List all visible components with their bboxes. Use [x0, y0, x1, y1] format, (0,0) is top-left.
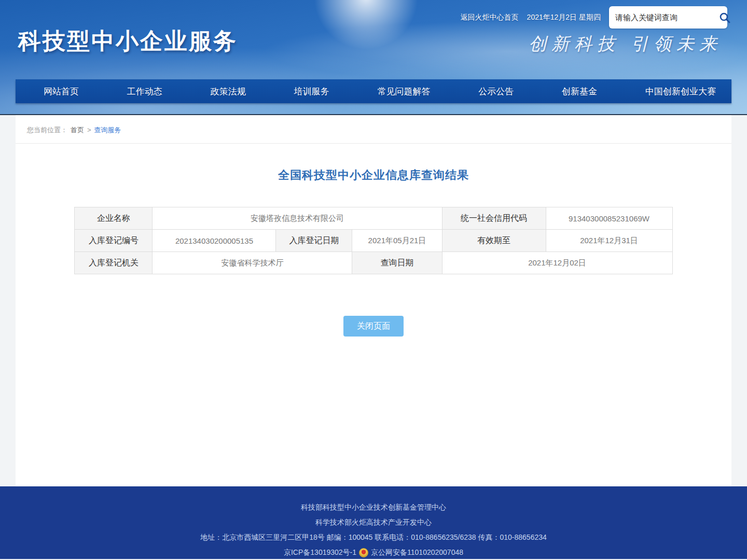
button-row: 关闭页面	[16, 316, 731, 337]
public-security-record-link[interactable]: 京公网安备11010202007048	[371, 545, 463, 560]
table-row: 企业名称安徽塔孜信息技术有限公司统一社会信用代码9134030008523106…	[75, 207, 672, 230]
footer-org-line-2: 科学技术部火炬高技术产业开发中心	[0, 515, 747, 530]
search-box	[609, 6, 727, 29]
breadcrumb-separator: >	[87, 126, 91, 134]
nav-item-5[interactable]: 常见问题解答	[368, 86, 439, 97]
site-header: 科技型中小企业服务 创新科技 引领未来 返回火炬中心首页 2021年12月2日 …	[0, 0, 747, 115]
table-cell-value: 91340300085231069W	[546, 207, 672, 230]
table-cell-value: 202134030200005135	[153, 230, 276, 252]
current-date-text: 2021年12月2日 星期四	[527, 13, 601, 22]
nav-item-7[interactable]: 创新基金	[552, 86, 606, 97]
table-cell-label: 入库登记机关	[75, 252, 153, 274]
search-button[interactable]	[718, 10, 731, 25]
breadcrumb-home-link[interactable]: 首页	[71, 126, 84, 134]
site-slogan: 创新科技 引领未来	[529, 32, 722, 56]
footer-org-line-1: 科技部科技型中小企业技术创新基金管理中心	[0, 500, 747, 515]
nav-item-2[interactable]: 工作动态	[118, 86, 172, 97]
table-cell-value: 2021年05月21日	[352, 230, 442, 252]
site-footer: 科技部科技型中小企业技术创新基金管理中心 科学技术部火炬高技术产业开发中心 地址…	[0, 486, 747, 559]
site-logo: 科技型中小企业服务	[18, 26, 238, 57]
table-cell-value: 安徽塔孜信息技术有限公司	[153, 207, 442, 230]
breadcrumb-current-link[interactable]: 查询服务	[94, 126, 121, 134]
icp-record-link[interactable]: 京ICP备13019302号-1	[284, 545, 356, 560]
main-content: 您当前位置：首页>查询服务 全国科技型中小企业信息库查询结果 企业名称安徽塔孜信…	[16, 115, 731, 486]
table-cell-label: 查询日期	[352, 252, 442, 274]
header-top-bar: 返回火炬中心首页 2021年12月2日 星期四	[461, 6, 727, 29]
page-title: 全国科技型中小企业信息库查询结果	[16, 167, 731, 183]
footer-address-line: 地址：北京市西城区三里河二区甲18号 邮编：100045 联系电话：010-88…	[0, 530, 747, 545]
table-row: 入库登记机关安徽省科学技术厅查询日期2021年12月02日	[75, 252, 672, 274]
search-icon	[718, 11, 731, 24]
nav-item-6[interactable]: 公示公告	[469, 86, 523, 97]
table-cell-label: 统一社会信用代码	[442, 207, 546, 230]
table-cell-value: 2021年12月31日	[546, 230, 672, 252]
table-row: 入库登记编号202134030200005135入库登记日期2021年05月21…	[75, 230, 672, 252]
nav-item-1[interactable]: 网站首页	[34, 86, 88, 97]
nav-item-3[interactable]: 政策法规	[201, 86, 255, 97]
footer-beian-line: 京ICP备13019302号-1 京公网安备11010202007048	[0, 545, 747, 560]
breadcrumb: 您当前位置：首页>查询服务	[16, 115, 731, 144]
table-cell-value: 安徽省科学技术厅	[153, 252, 352, 274]
table-cell-value: 2021年12月02日	[442, 252, 672, 274]
table-cell-label: 入库登记日期	[276, 230, 352, 252]
police-badge-icon	[359, 548, 368, 557]
result-table-body: 企业名称安徽塔孜信息技术有限公司统一社会信用代码9134030008523106…	[75, 207, 672, 274]
search-input[interactable]	[615, 13, 718, 22]
table-cell-label: 企业名称	[75, 207, 153, 230]
close-page-button[interactable]: 关闭页面	[343, 316, 404, 337]
table-cell-label: 入库登记编号	[75, 230, 153, 252]
torch-center-home-link[interactable]: 返回火炬中心首页	[461, 13, 519, 22]
result-table: 企业名称安徽塔孜信息技术有限公司统一社会信用代码9134030008523106…	[74, 207, 672, 274]
nav-item-8[interactable]: 中国创新创业大赛	[636, 86, 725, 97]
nav-item-4[interactable]: 培训服务	[285, 86, 339, 97]
main-nav: 网站首页工作动态政策法规培训服务常见问题解答公示公告创新基金中国创新创业大赛	[16, 79, 731, 103]
breadcrumb-prefix: 您当前位置：	[27, 126, 67, 134]
table-cell-label: 有效期至	[442, 230, 546, 252]
